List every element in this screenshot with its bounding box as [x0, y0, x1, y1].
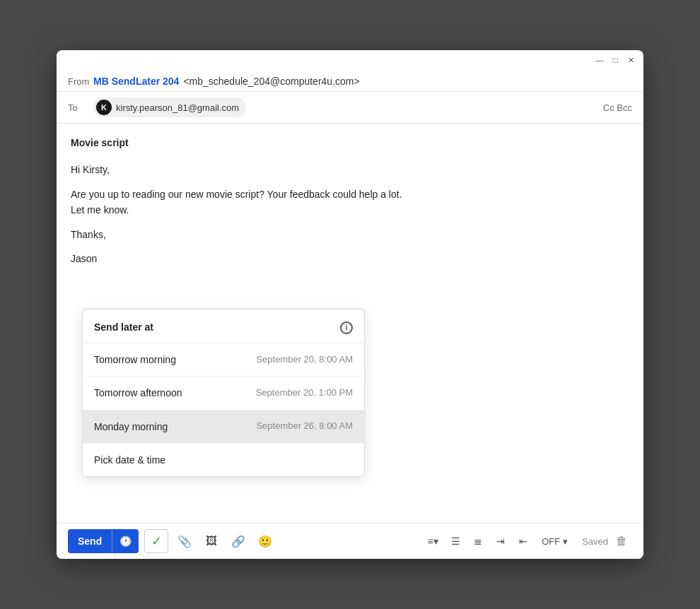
option-pick-date[interactable]: Pick date & time — [83, 444, 364, 476]
off-label: OFF — [542, 536, 560, 547]
attach-button[interactable]: 📎 — [174, 531, 195, 552]
delete-button[interactable]: 🗑 — [611, 531, 632, 552]
option-tomorrow-afternoon[interactable]: Tomorrow afternoon September 20, 1:00 PM — [83, 377, 364, 410]
from-row: From MB SendLater 204 <mb_schedule_204@c… — [57, 71, 643, 92]
indent-icon: ⇥ — [496, 536, 505, 547]
option-monday-morning[interactable]: Monday morning September 26, 8:00 AM — [83, 410, 364, 444]
emoji-icon: 🙂 — [258, 535, 272, 548]
outdent-icon: ⇤ — [519, 536, 527, 547]
send-later-panel: Send later at i Tomorrow morning Septemb… — [82, 309, 365, 477]
window-controls: — □ ✕ — [595, 56, 635, 64]
minimize-button[interactable]: — — [595, 56, 604, 64]
from-label: From — [68, 76, 93, 87]
align-icon: ≡▾ — [428, 536, 438, 547]
email-subject: Movie script — [71, 135, 629, 150]
send-button[interactable]: Send 🕐 — [68, 529, 139, 553]
chevron-down-icon: ▾ — [563, 536, 568, 547]
image-button[interactable]: 🖼 — [201, 531, 222, 552]
indent-button[interactable]: ⇥ — [491, 531, 511, 551]
numbered-list-button[interactable]: ≣ — [468, 531, 488, 551]
signature-line: Jason — [71, 251, 629, 266]
bullet-list-icon: ☰ — [451, 536, 460, 547]
numbered-list-icon: ≣ — [474, 536, 482, 547]
email-content: Hi Kirsty, Are you up to reading our new… — [71, 162, 629, 266]
toolbar: Send 🕐 ✓ 📎 🖼 🔗 🙂 ≡▾ ☰ — [57, 523, 643, 559]
maximize-button[interactable]: □ — [611, 56, 619, 64]
link-button[interactable]: 🔗 — [228, 531, 249, 552]
send-button-label: Send — [68, 536, 112, 547]
send-later-header: Send later at i — [83, 309, 364, 343]
title-bar: — □ ✕ — [57, 50, 643, 71]
outdent-button[interactable]: ⇤ — [513, 531, 533, 551]
clock-icon: 🕐 — [112, 529, 139, 553]
trash-icon: 🗑 — [616, 535, 627, 548]
info-icon[interactable]: i — [340, 321, 353, 334]
recipient-email: kirsty.pearson_81@gmail.com — [116, 102, 239, 113]
option-time: September 20, 8:00 AM — [256, 353, 353, 367]
compose-window: — □ ✕ From MB SendLater 204 <mb_schedule… — [57, 50, 643, 559]
emoji-button[interactable]: 🙂 — [255, 531, 276, 552]
close-button[interactable]: ✕ — [626, 56, 635, 64]
option-label: Monday morning — [94, 419, 168, 434]
recipient-chip[interactable]: K kirsty.pearson_81@gmail.com — [93, 97, 246, 117]
bullet-list-button[interactable]: ☰ — [445, 531, 465, 551]
off-toggle[interactable]: OFF ▾ — [542, 536, 568, 547]
option-tomorrow-morning[interactable]: Tomorrow morning September 20, 8:00 AM — [83, 343, 364, 377]
avatar: K — [96, 100, 112, 115]
option-label: Tomorrow afternoon — [94, 385, 182, 401]
image-icon: 🖼 — [206, 535, 217, 548]
to-row: To K kirsty.pearson_81@gmail.com Cc Bcc — [57, 92, 643, 124]
option-time: September 26, 8:00 AM — [256, 419, 353, 434]
email-body[interactable]: Movie script Hi Kirsty, Are you up to re… — [57, 124, 643, 523]
check-button[interactable]: ✓ — [144, 529, 168, 553]
to-label: To — [68, 102, 93, 113]
from-sender-name: MB SendLater 204 — [93, 76, 179, 87]
saved-label: Saved — [582, 536, 608, 547]
send-later-title: Send later at — [94, 319, 153, 335]
check-icon: ✓ — [151, 533, 162, 549]
option-label: Pick date & time — [94, 452, 165, 468]
attach-icon: 📎 — [177, 535, 192, 548]
option-time: September 20, 1:00 PM — [256, 386, 353, 401]
thanks-line: Thanks, — [71, 227, 629, 242]
from-sender-email: <mb_schedule_204@computer4u.com> — [183, 76, 359, 87]
greeting-line: Hi Kirsty, — [71, 162, 629, 177]
option-label: Tomorrow morning — [94, 352, 176, 367]
align-button[interactable]: ≡▾ — [423, 531, 443, 551]
body-line-2: Are you up to reading our new movie scri… — [71, 187, 629, 218]
link-icon: 🔗 — [231, 535, 245, 548]
cc-bcc-button[interactable]: Cc Bcc — [603, 102, 632, 113]
